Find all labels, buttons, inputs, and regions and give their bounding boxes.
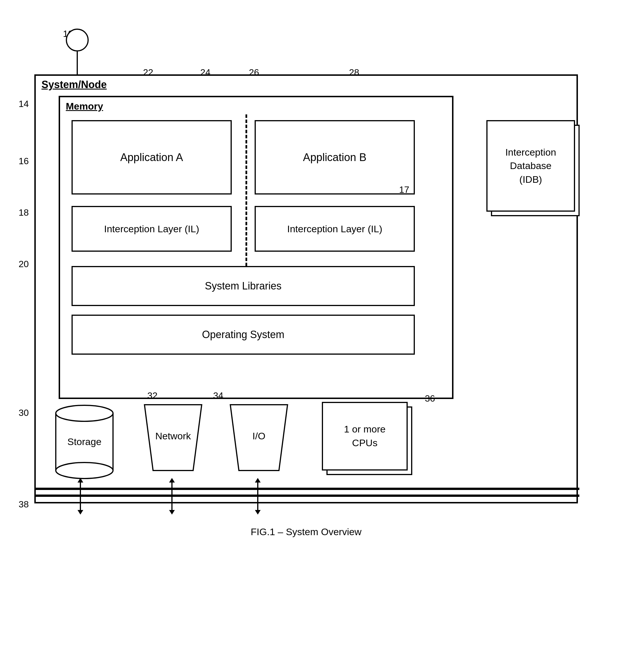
io-label: I/O	[225, 430, 293, 442]
ref-17: 17	[399, 185, 409, 195]
ref-38: 38	[19, 499, 29, 510]
ref-14: 14	[19, 99, 29, 109]
system-node-label: System/Node	[42, 79, 107, 91]
svg-point-4	[56, 405, 113, 421]
system-node-box: System/Node Memory Application A Applica…	[34, 74, 578, 503]
application-b-label: Application B	[303, 151, 367, 164]
cpus-group: 1 or moreCPUs	[322, 402, 419, 482]
bus-line-2	[36, 495, 579, 497]
interception-layer-b-box: Interception Layer (IL)	[255, 206, 415, 252]
figure-caption-text: FIG.1 – System Overview	[251, 526, 361, 537]
memory-label: Memory	[66, 101, 103, 112]
cpus-label: 1 or moreCPUs	[344, 422, 386, 450]
cpus-outer: 1 or moreCPUs	[322, 402, 419, 482]
network-group: Network	[139, 402, 207, 477]
interception-layer-a-box: Interception Layer (IL)	[71, 206, 232, 252]
application-b-box: Application B	[255, 120, 415, 194]
interception-layer-a-label: Interception Layer (IL)	[104, 224, 200, 235]
operating-system-label: Operating System	[202, 329, 284, 341]
ref-30: 30	[19, 407, 29, 418]
ref-32: 32	[147, 391, 158, 401]
svg-point-3	[56, 463, 113, 478]
system-libraries-label: System Libraries	[205, 280, 281, 292]
actor-circle	[66, 29, 89, 51]
system-bus	[36, 488, 579, 505]
system-libraries-box: System Libraries	[71, 266, 415, 306]
ref-34: 34	[213, 391, 224, 401]
io-group: I/O	[225, 402, 293, 477]
operating-system-box: Operating System	[71, 314, 415, 355]
storage-label: Storage	[53, 436, 116, 447]
ref-36: 36	[425, 393, 435, 404]
ref-16: 16	[19, 156, 29, 166]
idb-label: Interception Database (IDB)	[505, 146, 556, 187]
diagram-container: 10 12 22 24 26 28 System/Node Memory App…	[34, 23, 606, 624]
idb-box-front: Interception Database (IDB)	[486, 120, 575, 212]
storage-group: Storage	[53, 405, 116, 480]
bus-line-1	[36, 488, 579, 490]
ref-20: 20	[19, 259, 29, 269]
dashed-separator-line	[246, 114, 247, 292]
cpus-box-front: 1 or moreCPUs	[322, 402, 408, 470]
idb-group: Interception Database (IDB)	[486, 120, 584, 223]
network-label: Network	[139, 430, 207, 442]
application-a-box: Application A	[71, 120, 232, 194]
ref-18: 18	[19, 207, 29, 218]
figure-caption: FIG.1 – System Overview	[34, 526, 578, 537]
interception-layer-b-label: Interception Layer (IL)	[287, 224, 383, 235]
application-a-label: Application A	[120, 151, 183, 164]
memory-box: Memory Application A Application B Inter…	[59, 96, 454, 399]
